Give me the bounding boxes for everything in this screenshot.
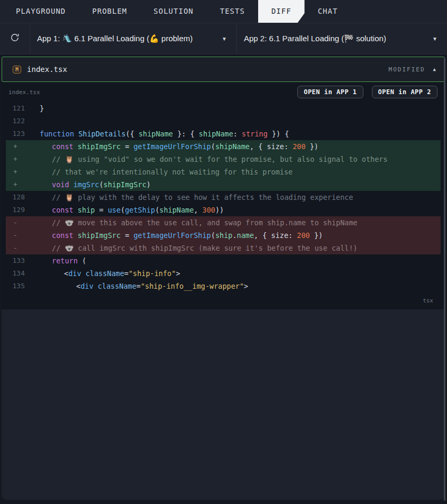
- line-code: // that we're intentionally not waiting …: [25, 166, 441, 178]
- tab-solution[interactable]: SOLUTION: [140, 0, 206, 23]
- app-selector-row: App 1: 🛝 6.1 Parallel Loading (💪 problem…: [0, 23, 447, 54]
- code-line: - // 🐨 move this above the use call, and…: [6, 216, 441, 229]
- line-code: // 🐨 call imgSrc with shipImgSrc (make s…: [25, 242, 441, 254]
- tab-problem[interactable]: PROBLEM: [79, 0, 140, 23]
- app1-select-label: App 1: 🛝 6.1 Parallel Loading (💪 problem…: [37, 34, 193, 43]
- refresh-button[interactable]: [0, 23, 30, 54]
- code-line: - // 🐨 call imgSrc with shipImgSrc (make…: [6, 242, 441, 254]
- line-code: void imgSrc(shipImgSrc): [25, 178, 441, 191]
- top-nav: PLAYGROUNDPROBLEMSOLUTIONTESTSDIFFCHAT: [0, 0, 447, 23]
- line-gutter: +: [6, 140, 25, 153]
- file-diff-header[interactable]: M index.tsx MODIFIED ▲: [2, 57, 445, 82]
- topnav-tabs: PLAYGROUNDPROBLEMSOLUTIONTESTSDIFFCHAT: [3, 0, 351, 23]
- code-line: + const shipImgSrc = getImageUrlForShip(…: [6, 140, 441, 153]
- file-name: index.tsx: [27, 65, 67, 74]
- line-code: // 🐨 move this above the use call, and s…: [25, 216, 441, 229]
- code-line: 133 return (: [6, 254, 441, 267]
- language-label: tsx: [423, 297, 433, 304]
- app2-select[interactable]: App 2: 6.1 Parallel Loading (🏁 solution)…: [237, 23, 447, 54]
- line-code: const shipImgSrc = getImageUrlForShip(sh…: [25, 140, 441, 153]
- status-badge: MODIFIED: [389, 66, 425, 73]
- line-gutter: +: [6, 178, 25, 191]
- line-code: [25, 115, 441, 127]
- chevron-down-icon: ▼: [432, 36, 437, 42]
- refresh-icon: [10, 32, 20, 45]
- code-line: + // that we're intentionally not waitin…: [6, 166, 441, 178]
- code-line: + void imgSrc(shipImgSrc): [6, 178, 441, 191]
- code-line: 134 <div className="ship-info">: [6, 267, 441, 280]
- line-gutter: 123: [6, 127, 25, 140]
- code-diff-panel: index.tsx OPEN in APP 1 OPEN in APP 2 12…: [2, 82, 445, 309]
- code-line: 128 // 🦉 play with the delay to see how …: [6, 191, 441, 204]
- line-gutter: 133: [6, 254, 25, 267]
- line-gutter: 129: [6, 204, 25, 216]
- code-line: 122: [6, 115, 441, 127]
- line-code: // 🦉 play with the delay to see how it a…: [25, 191, 441, 204]
- line-code: const shipImgSrc = getImageUrlForShip(sh…: [25, 229, 441, 242]
- code-file-label: index.tsx: [8, 89, 40, 96]
- tab-diff[interactable]: DIFF: [258, 0, 305, 23]
- line-code: const ship = use(getShip(shipName, 300)): [25, 204, 441, 216]
- line-code: <div className="ship-info__img-wrapper">: [25, 280, 441, 292]
- line-gutter: +: [6, 166, 25, 178]
- app2-select-label: App 2: 6.1 Parallel Loading (🏁 solution): [244, 34, 386, 43]
- line-code: function ShipDetails({ shipName }: { shi…: [25, 127, 441, 140]
- code-line: 121}: [6, 102, 441, 115]
- line-gutter: +: [6, 153, 25, 166]
- diff-lines: 121}122123function ShipDetails({ shipNam…: [6, 102, 441, 292]
- line-code: return (: [25, 254, 441, 267]
- line-code: <div className="ship-info">: [25, 267, 441, 280]
- code-line: - const shipImgSrc = getImageUrlForShip(…: [6, 229, 441, 242]
- line-gutter: -: [6, 229, 25, 242]
- open-in-app2-button[interactable]: OPEN in APP 2: [372, 86, 437, 98]
- line-gutter: 135: [6, 280, 25, 292]
- vertical-scrollbar[interactable]: [444, 58, 445, 501]
- code-line: 123function ShipDetails({ shipName }: { …: [6, 127, 441, 140]
- line-gutter: 121: [6, 102, 25, 115]
- line-code: }: [25, 102, 441, 115]
- line-gutter: 128: [6, 191, 25, 204]
- line-gutter: -: [6, 242, 25, 254]
- collapse-icon: ▲: [433, 67, 436, 72]
- code-line: + // 🦉 using "void" so we don't wait for…: [6, 153, 441, 166]
- code-line: 129 const ship = use(getShip(shipName, 3…: [6, 204, 441, 216]
- line-gutter: -: [6, 216, 25, 229]
- chevron-down-icon: ▼: [222, 36, 227, 42]
- open-in-app1-button[interactable]: OPEN in APP 1: [297, 86, 363, 98]
- tab-playground[interactable]: PLAYGROUND: [3, 0, 79, 23]
- empty-diff-area: [2, 309, 445, 500]
- line-code: // 🦉 using "void" so we don't wait for t…: [25, 153, 441, 166]
- language-row: tsx: [6, 292, 441, 305]
- app1-select[interactable]: App 1: 🛝 6.1 Parallel Loading (💪 problem…: [30, 23, 237, 54]
- modified-badge-icon: M: [13, 66, 21, 74]
- tab-chat[interactable]: CHAT: [305, 0, 351, 23]
- line-gutter: 134: [6, 267, 25, 280]
- line-gutter: 122: [6, 115, 25, 127]
- code-panel-header: index.tsx OPEN in APP 1 OPEN in APP 2: [6, 82, 441, 102]
- tab-tests[interactable]: TESTS: [207, 0, 258, 23]
- code-line: 135 <div className="ship-info__img-wrapp…: [6, 280, 441, 292]
